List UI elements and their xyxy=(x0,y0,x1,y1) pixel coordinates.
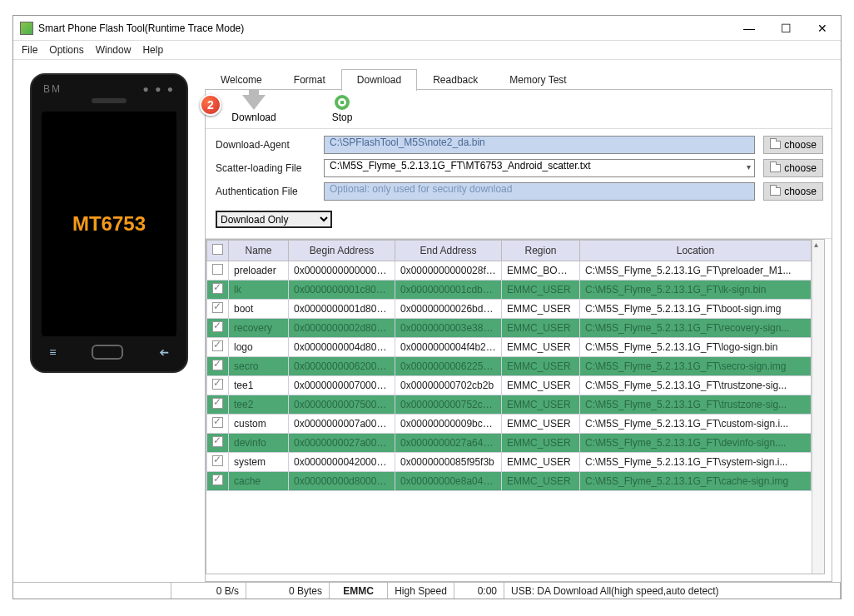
row-checkbox[interactable] xyxy=(212,455,223,466)
table-row[interactable]: recovery0x0000000002d800000x0000000003e3… xyxy=(207,319,812,338)
row-checkbox[interactable] xyxy=(212,302,223,313)
cell-location: C:\M5S_Flyme_5.2.13.1G_FT\cache-sign.img xyxy=(580,472,812,491)
cell-region: EMMC_USER xyxy=(502,319,580,338)
cell-region: EMMC_USER xyxy=(502,415,580,434)
tab-welcome[interactable]: Welcome xyxy=(205,69,278,91)
status-bytes: 0 Bytes xyxy=(246,583,330,599)
tab-readback[interactable]: Readback xyxy=(417,69,494,91)
cell-name: recovery xyxy=(229,319,289,338)
cell-location: C:\M5S_Flyme_5.2.13.1G_FT\lk-sign.bin xyxy=(580,281,812,300)
download-mode-select[interactable]: Download Only xyxy=(216,211,332,228)
tab-format[interactable]: Format xyxy=(278,69,341,91)
menu-file[interactable]: File xyxy=(22,44,37,56)
cell-end: 0x0000000027a64337 xyxy=(395,434,502,453)
cell-name: boot xyxy=(229,300,289,319)
row-checkbox[interactable] xyxy=(212,264,223,275)
cell-location: C:\M5S_Flyme_5.2.13.1G_FT\logo-sign.bin xyxy=(580,338,812,357)
cell-name: lk xyxy=(229,281,289,300)
row-checkbox[interactable] xyxy=(212,398,223,409)
status-storage: EMMC xyxy=(330,583,388,599)
cell-end: 0x00000000026bd22b xyxy=(395,300,502,319)
cell-name: system xyxy=(229,453,289,472)
menu-options[interactable]: Options xyxy=(49,44,83,56)
minimize-button[interactable]: — xyxy=(731,16,767,41)
menu-window[interactable]: Window xyxy=(96,44,132,56)
tab-memory-test[interactable]: Memory Test xyxy=(494,69,582,91)
table-row[interactable]: secro0x00000000062000000x000000000622522… xyxy=(207,357,812,376)
table-row[interactable]: tee10x00000000070000000x00000000702cb2bE… xyxy=(207,376,812,395)
status-rate: 0 B/s xyxy=(171,583,246,599)
cell-end: 0x0000000001cdb22b xyxy=(395,281,502,300)
cell-begin: 0x0000000007500000 xyxy=(289,395,395,415)
table-row[interactable]: logo0x0000000004d800000x0000000004f4b22b… xyxy=(207,338,812,357)
cell-begin: 0x0000000002d80000 xyxy=(289,319,395,338)
statusbar: 0 B/s 0 Bytes EMMC High Speed 0:00 USB: … xyxy=(13,582,841,599)
cell-region: EMMC_USER xyxy=(502,472,580,491)
auth-label: Authentication File xyxy=(216,186,315,197)
stop-button[interactable]: Stop xyxy=(317,95,367,123)
status-usb: USB: DA Download All(high speed,auto det… xyxy=(504,583,841,599)
row-checkbox[interactable] xyxy=(212,340,223,351)
cell-region: EMMC_USER xyxy=(502,281,580,300)
cell-location: C:\M5S_Flyme_5.2.13.1G_FT\trustzone-sig.… xyxy=(580,395,812,415)
stop-label: Stop xyxy=(332,112,353,123)
table-row[interactable]: lk0x0000000001c800000x0000000001cdb22bEM… xyxy=(207,281,812,300)
cell-begin: 0x0000000000000000 xyxy=(289,261,395,281)
cell-location: C:\M5S_Flyme_5.2.13.1G_FT\system-sign.i.… xyxy=(580,453,812,472)
cell-region: EMMC_USER xyxy=(502,395,580,415)
auth-path-input[interactable]: Optional: only used for security downloa… xyxy=(324,182,755,201)
cell-region: EMMC_USER xyxy=(502,357,580,376)
cell-begin: 0x0000000001d80000 xyxy=(289,300,395,319)
status-speed: High Speed xyxy=(388,583,454,599)
row-checkbox[interactable] xyxy=(212,321,223,332)
status-time: 0:00 xyxy=(454,583,504,599)
cell-begin: 0x0000000027a00000 xyxy=(289,434,395,453)
table-row[interactable]: tee20x00000000075000000x000000000752cb2b… xyxy=(207,395,812,415)
row-checkbox[interactable] xyxy=(212,283,223,294)
cell-region: EMMC_USER xyxy=(502,338,580,357)
cell-begin: 0x0000000042000000 xyxy=(289,453,395,472)
table-row[interactable]: preloader0x00000000000000000x00000000000… xyxy=(207,261,812,281)
scatter-path-input[interactable]: C:\M5S_Flyme_5.2.13.1G_FT\MT6753_Android… xyxy=(324,159,755,177)
cell-name: devinfo xyxy=(229,434,289,453)
cell-name: tee1 xyxy=(229,376,289,395)
table-row[interactable]: boot0x0000000001d800000x00000000026bd22b… xyxy=(207,300,812,319)
table-row[interactable]: devinfo0x0000000027a000000x0000000027a64… xyxy=(207,434,812,453)
menu-help[interactable]: Help xyxy=(142,44,163,56)
table-row[interactable]: cache0x00000000d80000000x00000000e8a0439… xyxy=(207,472,812,491)
col-location[interactable]: Location xyxy=(580,241,812,261)
select-all-checkbox[interactable] xyxy=(212,244,223,255)
row-checkbox[interactable] xyxy=(212,360,223,370)
close-button[interactable]: ✕ xyxy=(804,16,841,41)
table-row[interactable]: custom0x0000000007a000000x00000000009bc8… xyxy=(207,415,812,434)
cell-end: 0x0000000000028f53 xyxy=(395,261,502,281)
col-name[interactable]: Name xyxy=(229,241,289,261)
cell-location: C:\M5S_Flyme_5.2.13.1G_FT\devinfo-sign..… xyxy=(580,434,812,453)
vertical-scrollbar[interactable] xyxy=(812,240,824,574)
auth-choose-button[interactable]: choose xyxy=(763,182,823,201)
cell-name: logo xyxy=(229,338,289,357)
col-region[interactable]: Region xyxy=(502,241,580,261)
da-path-input[interactable]: C:\SPFlashTool_M5S\note2_da.bin xyxy=(324,136,755,154)
cell-location: C:\M5S_Flyme_5.2.13.1G_FT\boot-sign.img xyxy=(580,300,812,319)
maximize-button[interactable]: ☐ xyxy=(767,16,804,41)
row-checkbox[interactable] xyxy=(212,379,223,390)
row-checkbox[interactable] xyxy=(212,474,223,485)
tab-download[interactable]: Download xyxy=(341,69,417,91)
cell-region: EMMC_USER xyxy=(502,376,580,395)
scatter-choose-button[interactable]: choose xyxy=(763,159,823,177)
folder-icon xyxy=(770,141,781,149)
cell-location: C:\M5S_Flyme_5.2.13.1G_FT\custom-sign.i.… xyxy=(580,415,812,434)
cell-location: C:\M5S_Flyme_5.2.13.1G_FT\trustzone-sig.… xyxy=(580,376,812,395)
phone-dots: ● ● ● xyxy=(143,83,175,95)
col-begin[interactable]: Begin Address xyxy=(289,241,395,261)
chip-label: MT6753 xyxy=(72,212,146,236)
row-checkbox[interactable] xyxy=(212,417,223,428)
da-choose-button[interactable]: choose xyxy=(763,136,823,154)
cell-name: tee2 xyxy=(229,395,289,415)
row-checkbox[interactable] xyxy=(212,436,223,447)
cell-begin: 0x0000000004d80000 xyxy=(289,338,395,357)
download-button[interactable]: Download xyxy=(229,95,279,123)
table-row[interactable]: system0x00000000420000000x0000000085f95f… xyxy=(207,453,812,472)
col-end[interactable]: End Address xyxy=(395,241,502,261)
